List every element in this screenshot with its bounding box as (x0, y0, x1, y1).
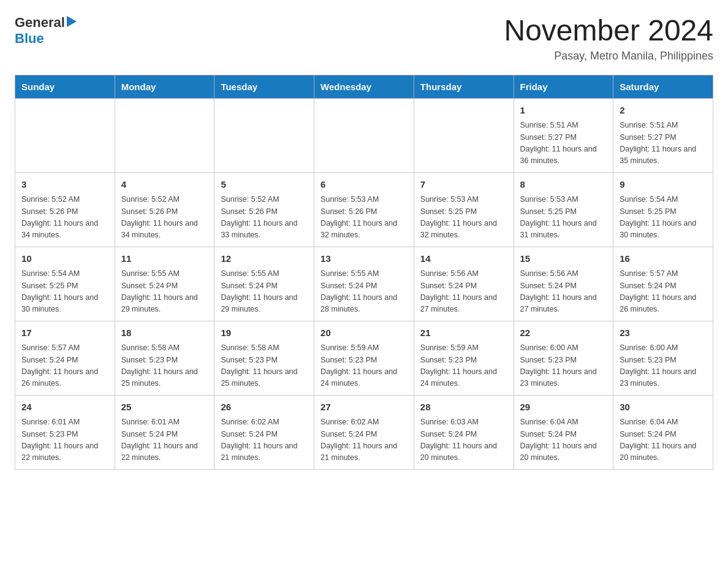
col-header-monday: Monday (115, 75, 214, 98)
calendar-header-row: SundayMondayTuesdayWednesdayThursdayFrid… (15, 75, 713, 98)
calendar-cell (115, 98, 214, 172)
day-number: 28 (420, 400, 507, 415)
calendar-cell: 21Sunrise: 5:59 AMSunset: 5:23 PMDayligh… (414, 321, 514, 395)
calendar-cell: 4Sunrise: 5:52 AMSunset: 5:26 PMDaylight… (115, 172, 214, 247)
day-info: Sunrise: 5:54 AMSunset: 5:25 PMDaylight:… (21, 268, 108, 316)
day-info: Sunrise: 5:56 AMSunset: 5:24 PMDaylight:… (420, 268, 507, 316)
calendar-cell: 15Sunrise: 5:56 AMSunset: 5:24 PMDayligh… (514, 247, 613, 321)
day-number: 21 (420, 326, 507, 340)
logo-blue: Blue (15, 31, 44, 46)
calendar-cell: 9Sunrise: 5:54 AMSunset: 5:25 PMDaylight… (613, 172, 713, 247)
day-info: Sunrise: 5:51 AMSunset: 5:27 PMDaylight:… (620, 120, 707, 167)
title-block: November 2024 Pasay, Metro Manila, Phili… (504, 15, 713, 63)
calendar-cell: 23Sunrise: 6:00 AMSunset: 5:23 PMDayligh… (613, 321, 713, 395)
day-info: Sunrise: 5:58 AMSunset: 5:23 PMDaylight:… (121, 342, 208, 390)
day-info: Sunrise: 5:52 AMSunset: 5:26 PMDaylight:… (121, 194, 208, 242)
day-info: Sunrise: 6:03 AMSunset: 5:24 PMDaylight:… (420, 416, 507, 464)
day-info: Sunrise: 5:54 AMSunset: 5:25 PMDaylight:… (620, 194, 707, 242)
day-number: 3 (21, 178, 108, 192)
day-info: Sunrise: 6:01 AMSunset: 5:24 PMDaylight:… (121, 416, 208, 464)
day-info: Sunrise: 5:58 AMSunset: 5:23 PMDaylight:… (221, 342, 308, 390)
calendar-cell: 3Sunrise: 5:52 AMSunset: 5:26 PMDaylight… (15, 172, 115, 247)
day-number: 19 (221, 326, 308, 340)
day-info: Sunrise: 5:57 AMSunset: 5:24 PMDaylight:… (620, 268, 707, 316)
calendar-cell (314, 98, 414, 172)
main-title: November 2024 (504, 15, 713, 47)
calendar-cell: 14Sunrise: 5:56 AMSunset: 5:24 PMDayligh… (414, 247, 514, 321)
calendar-cell: 12Sunrise: 5:55 AMSunset: 5:24 PMDayligh… (214, 247, 314, 321)
calendar-cell: 17Sunrise: 5:57 AMSunset: 5:24 PMDayligh… (15, 321, 115, 395)
day-number: 20 (320, 326, 408, 340)
col-header-wednesday: Wednesday (314, 75, 414, 98)
day-number: 26 (221, 400, 308, 415)
day-number: 6 (320, 178, 408, 192)
day-info: Sunrise: 5:59 AMSunset: 5:23 PMDaylight:… (320, 342, 408, 390)
day-info: Sunrise: 5:51 AMSunset: 5:27 PMDaylight:… (520, 120, 607, 167)
day-info: Sunrise: 6:04 AMSunset: 5:24 PMDaylight:… (520, 416, 607, 464)
day-info: Sunrise: 5:53 AMSunset: 5:26 PMDaylight:… (320, 194, 408, 242)
calendar-cell: 2Sunrise: 5:51 AMSunset: 5:27 PMDaylight… (613, 98, 713, 172)
day-number: 29 (520, 400, 607, 415)
calendar-week-row: 3Sunrise: 5:52 AMSunset: 5:26 PMDaylight… (15, 172, 713, 247)
calendar-cell: 25Sunrise: 6:01 AMSunset: 5:24 PMDayligh… (115, 395, 214, 469)
calendar-week-row: 10Sunrise: 5:54 AMSunset: 5:25 PMDayligh… (15, 247, 713, 321)
calendar-week-row: 17Sunrise: 5:57 AMSunset: 5:24 PMDayligh… (15, 321, 713, 395)
day-info: Sunrise: 5:52 AMSunset: 5:26 PMDaylight:… (221, 194, 308, 242)
day-number: 15 (520, 252, 607, 266)
day-info: Sunrise: 6:04 AMSunset: 5:24 PMDaylight:… (620, 416, 707, 464)
logo-general: General (15, 15, 65, 31)
page-header: General Blue November 2024 Pasay, Metro … (15, 15, 713, 63)
col-header-thursday: Thursday (414, 75, 514, 98)
day-number: 14 (420, 252, 507, 266)
day-number: 7 (420, 178, 507, 192)
day-number: 30 (620, 400, 707, 415)
calendar-cell: 20Sunrise: 5:59 AMSunset: 5:23 PMDayligh… (314, 321, 414, 395)
day-info: Sunrise: 6:00 AMSunset: 5:23 PMDaylight:… (620, 342, 707, 390)
day-info: Sunrise: 6:02 AMSunset: 5:24 PMDaylight:… (221, 416, 308, 464)
calendar-cell: 7Sunrise: 5:53 AMSunset: 5:25 PMDaylight… (414, 172, 514, 247)
calendar-cell: 6Sunrise: 5:53 AMSunset: 5:26 PMDaylight… (314, 172, 414, 247)
calendar-cell: 1Sunrise: 5:51 AMSunset: 5:27 PMDaylight… (514, 98, 613, 172)
calendar-cell (15, 98, 115, 172)
day-info: Sunrise: 5:55 AMSunset: 5:24 PMDaylight:… (121, 268, 208, 316)
calendar-week-row: 24Sunrise: 6:01 AMSunset: 5:23 PMDayligh… (15, 395, 713, 469)
calendar-cell: 24Sunrise: 6:01 AMSunset: 5:23 PMDayligh… (15, 395, 115, 469)
col-header-sunday: Sunday (15, 75, 115, 98)
day-number: 23 (620, 326, 707, 340)
day-number: 8 (520, 178, 607, 192)
col-header-tuesday: Tuesday (214, 75, 314, 98)
day-number: 18 (121, 326, 208, 340)
col-header-saturday: Saturday (613, 75, 713, 98)
calendar-table: SundayMondayTuesdayWednesdayThursdayFrid… (15, 75, 713, 470)
day-info: Sunrise: 5:52 AMSunset: 5:26 PMDaylight:… (21, 194, 108, 242)
day-number: 9 (620, 178, 707, 192)
calendar-cell: 19Sunrise: 5:58 AMSunset: 5:23 PMDayligh… (214, 321, 314, 395)
day-number: 4 (121, 178, 208, 192)
calendar-cell (414, 98, 514, 172)
day-number: 2 (620, 104, 707, 118)
calendar-cell: 8Sunrise: 5:53 AMSunset: 5:25 PMDaylight… (514, 172, 613, 247)
day-info: Sunrise: 6:02 AMSunset: 5:24 PMDaylight:… (320, 416, 408, 464)
day-number: 27 (320, 400, 408, 415)
calendar-cell: 16Sunrise: 5:57 AMSunset: 5:24 PMDayligh… (613, 247, 713, 321)
day-info: Sunrise: 5:57 AMSunset: 5:24 PMDaylight:… (21, 342, 108, 390)
logo: General Blue (15, 15, 79, 47)
calendar-cell: 13Sunrise: 5:55 AMSunset: 5:24 PMDayligh… (314, 247, 414, 321)
svg-marker-0 (67, 16, 77, 27)
logo-arrow-icon (67, 15, 79, 28)
day-info: Sunrise: 5:59 AMSunset: 5:23 PMDaylight:… (420, 342, 507, 390)
calendar-cell: 30Sunrise: 6:04 AMSunset: 5:24 PMDayligh… (613, 395, 713, 469)
calendar-cell: 22Sunrise: 6:00 AMSunset: 5:23 PMDayligh… (514, 321, 613, 395)
day-number: 12 (221, 252, 308, 266)
calendar-cell: 5Sunrise: 5:52 AMSunset: 5:26 PMDaylight… (214, 172, 314, 247)
day-number: 17 (21, 326, 108, 340)
day-number: 16 (620, 252, 707, 266)
day-info: Sunrise: 5:53 AMSunset: 5:25 PMDaylight:… (420, 194, 507, 242)
calendar-cell: 29Sunrise: 6:04 AMSunset: 5:24 PMDayligh… (514, 395, 613, 469)
day-info: Sunrise: 5:53 AMSunset: 5:25 PMDaylight:… (520, 194, 607, 242)
day-info: Sunrise: 6:01 AMSunset: 5:23 PMDaylight:… (21, 416, 108, 464)
calendar-cell: 10Sunrise: 5:54 AMSunset: 5:25 PMDayligh… (15, 247, 115, 321)
day-info: Sunrise: 6:00 AMSunset: 5:23 PMDaylight:… (520, 342, 607, 390)
calendar-cell (214, 98, 314, 172)
day-number: 11 (121, 252, 208, 266)
